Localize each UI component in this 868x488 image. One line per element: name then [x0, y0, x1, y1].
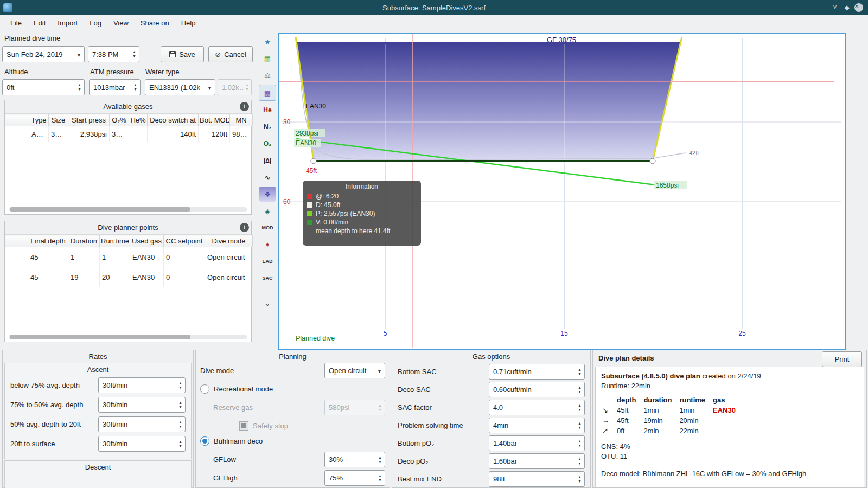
waypoint-handle[interactable] — [311, 158, 316, 164]
o2-graph-icon[interactable]: O₂ — [259, 136, 276, 151]
atm-pressure-spinner[interactable]: 1013mbar — [89, 79, 141, 95]
gas-bubble-icon[interactable]: ◈ — [259, 203, 276, 219]
deco-po2-spinner[interactable]: 1.60bar — [489, 453, 585, 469]
dive-mode-select[interactable]: Open circuit — [324, 363, 385, 378]
legend-chip-green — [307, 220, 312, 225]
points-header-row: Final depth Duration Run time Used gas C… — [5, 235, 253, 247]
rate-spinner[interactable]: 30ft/min — [98, 397, 186, 413]
chevron-down-icon — [374, 367, 385, 375]
waypoint-handle[interactable] — [650, 158, 655, 164]
ascend-arrow-icon: ↗ — [602, 426, 617, 436]
points-table: Final depth Duration Run time Used gas C… — [5, 235, 253, 287]
depth-tick-30: 30 — [283, 118, 291, 126]
point-row[interactable]: 45 19 20 EAN30 0 Open circuit — [5, 267, 253, 287]
point-row[interactable]: 45 1 1 EAN30 0 Open circuit — [5, 247, 253, 267]
gflow-spinner[interactable]: 30% — [324, 452, 385, 467]
sac-factor-spinner[interactable]: 4.0 — [489, 400, 585, 415]
dive-planner-points-header: Dive planner points + — [5, 221, 251, 235]
water-type-select[interactable]: EN13319 (1.02k — [145, 79, 215, 95]
level-arrow-icon: → — [602, 416, 617, 426]
gas-label-top: EAN30 — [305, 102, 326, 110]
cancel-button[interactable]: Cancel — [208, 46, 253, 62]
scale-icon[interactable]: ⚖ — [259, 68, 276, 83]
rate-spinner[interactable]: 30ft/min — [98, 416, 186, 432]
gas-label-green: EAN30 — [296, 139, 316, 147]
dive-photo-icon[interactable]: ★ — [259, 34, 276, 49]
planned-dive-time-label: Planned dive time — [4, 34, 60, 42]
bottom-po2-spinner[interactable]: 1.40bar — [489, 435, 585, 451]
planned-dive-label: Planned dive — [296, 335, 335, 342]
best-mix-end-spinner[interactable]: 98ft — [489, 471, 585, 487]
dive-plan-details-panel: Dive plan details Print Subsurface (4.8.… — [592, 350, 867, 488]
radio-icon — [200, 384, 209, 394]
menu-file[interactable]: File — [4, 15, 28, 31]
rate-spinner[interactable]: 30ft/min — [98, 436, 186, 452]
altitude-spinner[interactable]: 0ft — [2, 79, 85, 95]
menu-view[interactable]: View — [107, 15, 135, 31]
he-graph-icon[interactable]: He — [259, 102, 276, 118]
save-button[interactable]: Save — [161, 46, 204, 62]
spinner-arrows-icon — [575, 368, 584, 376]
tissue-graph-icon[interactable]: |Δ| — [259, 153, 276, 168]
gas-option-row: Best mix END 98ft — [398, 471, 585, 487]
n2-graph-icon[interactable]: N₂ — [259, 119, 276, 134]
dive-planner-points-title: Dive planner points — [98, 223, 158, 232]
ascent-group: Ascent below 75% avg. depth 30ft/min 75%… — [4, 363, 192, 459]
gases-header-row: Type Size Start press O₂% He% Deco switc… — [5, 114, 253, 126]
grid-icon[interactable]: ▦ — [259, 51, 276, 66]
maximize-button[interactable]: ◆ — [841, 2, 853, 14]
dc-reported-icon[interactable]: ✦ — [259, 237, 276, 252]
legend-chip-white — [307, 202, 312, 208]
bottom-sac-spinner[interactable]: 0.71cuft/min — [489, 364, 585, 380]
gas-option-row: SAC factor 4.0 — [398, 400, 585, 415]
plan-details-text: Subsurface (4.8.5.0) dive plan created o… — [595, 367, 864, 487]
add-point-button[interactable]: + — [240, 223, 249, 232]
menu-import[interactable]: Import — [52, 15, 84, 31]
gases-table: Type Size Start press O₂% He% Deco switc… — [5, 114, 253, 142]
menu-log[interactable]: Log — [84, 15, 107, 31]
points-hscrollbar[interactable] — [9, 335, 247, 339]
rate-row: below 75% avg. depth 30ft/min — [10, 377, 186, 393]
plan-cns: CNS: 4% — [601, 442, 858, 452]
photos-toggle-icon[interactable]: ❖ — [259, 187, 276, 202]
ead-toggle-icon[interactable]: EAD — [259, 254, 276, 269]
descent-title: Descent — [10, 463, 186, 471]
date-picker[interactable]: Sun Feb 24, 2019 — [2, 46, 85, 62]
chevron-down-icon — [74, 50, 84, 59]
rate-spinner[interactable]: 30ft/min — [98, 377, 186, 393]
add-gas-button[interactable]: + — [240, 102, 249, 111]
gfhigh-spinner[interactable]: 75% — [324, 470, 385, 486]
legend-chip-none — [307, 228, 312, 234]
checkbox-icon — [239, 421, 248, 431]
close-button[interactable]: ✕ — [853, 2, 865, 14]
title-bar[interactable]: Subsurface: SampleDivesV2.ssrf ˅ ◆ ✕ — [0, 0, 868, 15]
recreational-mode-option[interactable]: Recreational mode — [200, 384, 385, 394]
points-hscroll-handle[interactable] — [10, 335, 190, 339]
mod-toggle-icon[interactable]: MOD — [259, 220, 276, 235]
depth-tick-60: 60 — [283, 198, 291, 206]
menu-help[interactable]: Help — [175, 15, 202, 31]
gases-hscrollbar[interactable] — [9, 207, 247, 212]
gases-hscroll-handle[interactable] — [10, 207, 190, 212]
menu-edit[interactable]: Edit — [28, 15, 52, 31]
time-spinner[interactable]: 7:38 PM — [88, 46, 139, 62]
spinner-arrows-icon — [176, 381, 185, 390]
atm-pressure-label: ATM pressure — [90, 68, 134, 76]
deco-sac-spinner[interactable]: 0.60cuft/min — [489, 382, 585, 397]
water-type-label: Water type — [145, 68, 179, 76]
buhlmann-deco-option[interactable]: Bühlmann deco — [200, 436, 385, 446]
gas-row[interactable]: A… 3… 2,938psi 3… 140ft 120ft 98… — [5, 126, 253, 142]
spinner-arrows-icon — [176, 401, 185, 409]
sac-toggle-icon[interactable]: SAC — [259, 271, 276, 286]
gas-option-row: Bottom SAC 0.71cuft/min — [398, 364, 585, 380]
profile-toggle-icon[interactable]: ▩ — [259, 85, 276, 101]
heartrate-icon[interactable]: ∿ — [259, 170, 276, 185]
print-button[interactable]: Print — [822, 351, 862, 367]
dive-profile-chart[interactable]: GF 30/75 30 60 5 15 25 EAN30 2938psi EAN… — [278, 33, 846, 350]
spinner-arrows-icon — [575, 457, 584, 466]
toolbar-scroll-chevron-icon[interactable]: ⌄ — [259, 296, 276, 311]
shade-button[interactable]: ˅ — [829, 2, 841, 14]
problem-time-spinner[interactable]: 4min — [489, 418, 585, 433]
menu-share-on[interactable]: Share on — [135, 15, 175, 31]
cancel-icon — [215, 50, 221, 59]
